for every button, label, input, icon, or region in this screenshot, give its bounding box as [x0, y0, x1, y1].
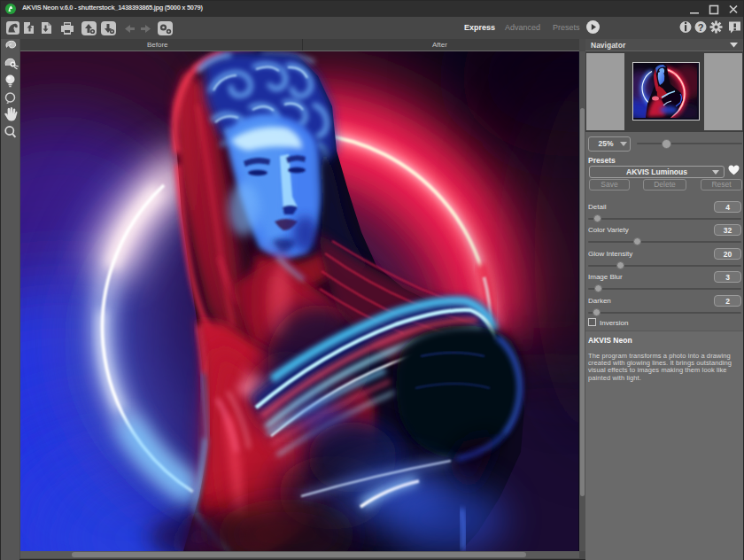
svg-text:?: ? — [698, 22, 704, 33]
